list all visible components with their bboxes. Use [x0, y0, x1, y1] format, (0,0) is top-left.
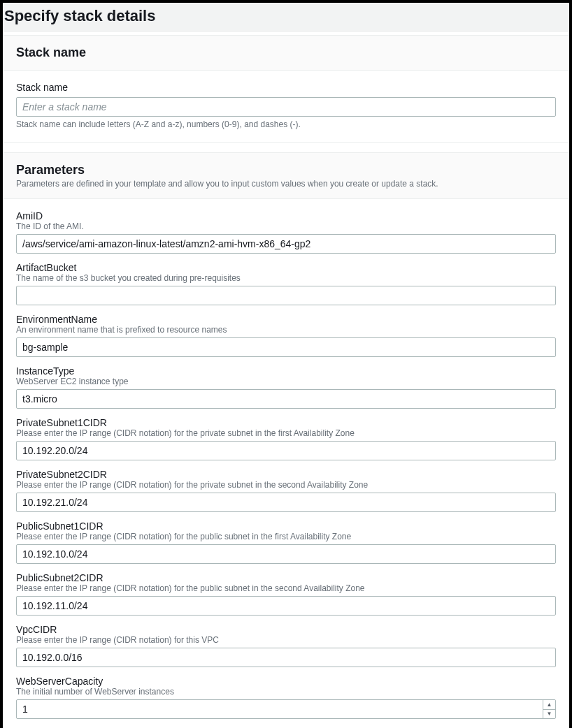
param-label: AmiID — [16, 210, 556, 221]
parameters-panel-body: AmiIDThe ID of the AMI.ArtifactBucketThe… — [3, 199, 569, 728]
parameters-section-desc: Parameters are defined in your template … — [16, 179, 556, 189]
parameters-panel-header: Parameters Parameters are defined in you… — [3, 153, 569, 199]
param-hint: The initial number of WebServer instance… — [16, 687, 556, 697]
stack-name-input[interactable] — [16, 97, 556, 117]
param-field-VpcCIDR: VpcCIDRPlease enter the IP range (CIDR n… — [16, 624, 556, 667]
param-hint: The ID of the AMI. — [16, 221, 556, 231]
stepper-up-icon[interactable]: ▲ — [543, 700, 555, 710]
param-input-PublicSubnet2CIDR[interactable] — [16, 596, 556, 616]
param-hint: Please enter the IP range (CIDR notation… — [16, 480, 556, 490]
param-label: WebServerCapacity — [16, 676, 556, 687]
param-field-InstanceType: InstanceTypeWebServer EC2 instance type — [16, 365, 556, 409]
param-label: PublicSubnet1CIDR — [16, 520, 556, 532]
param-label: PublicSubnet2CIDR — [16, 572, 556, 583]
param-hint: WebServer EC2 instance type — [16, 377, 556, 386]
stack-name-section-title: Stack name — [16, 45, 556, 60]
param-number-wrap: ▲▼ — [16, 699, 556, 719]
param-field-PublicSubnet1CIDR: PublicSubnet1CIDRPlease enter the IP ran… — [16, 520, 556, 564]
param-hint: Please enter the IP range (CIDR notation… — [16, 583, 556, 593]
param-hint: An environment name that is prefixed to … — [16, 325, 556, 335]
param-field-EnvironmentName: EnvironmentNameAn environment name that … — [16, 314, 556, 357]
parameters-panel: Parameters Parameters are defined in you… — [3, 152, 569, 728]
param-label: InstanceType — [16, 365, 556, 377]
param-field-PrivateSubnet2CIDR: PrivateSubnet2CIDRPlease enter the IP ra… — [16, 469, 556, 512]
param-hint: Please enter the IP range (CIDR notation… — [16, 428, 556, 438]
stack-name-panel: Stack name Stack name Stack name can inc… — [3, 35, 569, 143]
stack-name-hint: Stack name can include letters (A-Z and … — [16, 119, 556, 129]
param-field-AmiID: AmiIDThe ID of the AMI. — [16, 210, 556, 254]
param-input-EnvironmentName[interactable] — [16, 337, 556, 357]
param-input-PrivateSubnet2CIDR[interactable] — [16, 493, 556, 512]
param-input-ArtifactBucket[interactable] — [16, 286, 556, 305]
param-field-PublicSubnet2CIDR: PublicSubnet2CIDRPlease enter the IP ran… — [16, 572, 556, 616]
param-label: ArtifactBucket — [16, 262, 556, 273]
param-hint: The name of the s3 bucket you created du… — [16, 273, 556, 283]
page-frame: Specify stack details Stack name Stack n… — [0, 0, 572, 728]
stack-name-panel-body: Stack name Stack name can include letter… — [3, 71, 569, 142]
stack-name-panel-header: Stack name — [3, 36, 569, 71]
stack-name-label: Stack name — [16, 82, 556, 93]
param-input-AmiID[interactable] — [16, 234, 556, 254]
param-field-ArtifactBucket: ArtifactBucketThe name of the s3 bucket … — [16, 262, 556, 305]
page-header: Specify stack details — [3, 3, 569, 35]
param-input-PublicSubnet1CIDR[interactable] — [16, 544, 556, 564]
param-label: PrivateSubnet2CIDR — [16, 469, 556, 480]
param-input-InstanceType[interactable] — [16, 389, 556, 409]
param-input-WebServerCapacity[interactable] — [16, 699, 556, 719]
param-hint: Please enter the IP range (CIDR notation… — [16, 532, 556, 541]
parameters-section-title: Parameters — [16, 163, 556, 177]
param-input-PrivateSubnet1CIDR[interactable] — [16, 441, 556, 460]
param-label: VpcCIDR — [16, 624, 556, 635]
page-title: Specify stack details — [3, 7, 569, 25]
param-label: EnvironmentName — [16, 314, 556, 325]
stepper-down-icon[interactable]: ▼ — [543, 710, 555, 719]
param-hint: Please enter the IP range (CIDR notation… — [16, 635, 556, 645]
param-label: PrivateSubnet1CIDR — [16, 417, 556, 428]
param-input-VpcCIDR[interactable] — [16, 648, 556, 667]
stack-name-field: Stack name Stack name can include letter… — [16, 82, 556, 129]
number-spinner: ▲▼ — [543, 700, 555, 718]
param-field-WebServerCapacity: WebServerCapacityThe initial number of W… — [16, 676, 556, 719]
param-field-PrivateSubnet1CIDR: PrivateSubnet1CIDRPlease enter the IP ra… — [16, 417, 556, 460]
